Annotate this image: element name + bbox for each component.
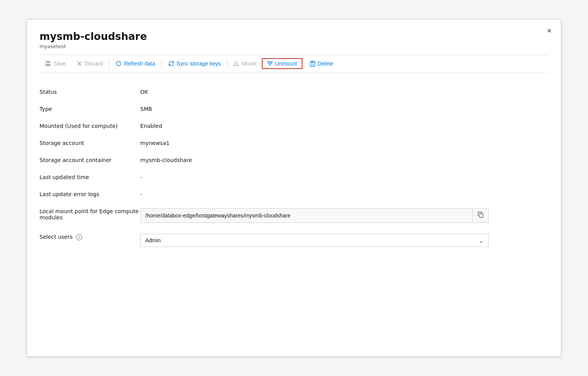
- chevron-down-icon: ⌄: [474, 237, 488, 244]
- svg-rect-1: [47, 61, 49, 63]
- mount-label: Mount: [241, 60, 256, 67]
- svg-rect-8: [310, 62, 315, 66]
- mount-path-input[interactable]: [141, 209, 473, 222]
- separator-3: [227, 60, 227, 67]
- field-row-select-users: Select users i Admin ⌄: [40, 228, 548, 252]
- separator-4: [303, 60, 304, 67]
- close-button[interactable]: ×: [547, 27, 552, 34]
- panel-subtitle: myasetest: [40, 43, 548, 49]
- sync-button[interactable]: Sync storage keys: [163, 58, 226, 69]
- mount-button[interactable]: Mount: [228, 58, 262, 69]
- discard-button[interactable]: Discard: [71, 58, 108, 69]
- field-label-storage-account: Storage account: [40, 135, 140, 152]
- toolbar: Save Discard Refresh data: [40, 55, 548, 72]
- field-row-storage-account: Storage account mynewsa1: [40, 135, 548, 152]
- save-icon: [45, 60, 51, 67]
- field-value-last-updated: -: [140, 169, 548, 186]
- field-value-error-logs: -: [140, 186, 548, 203]
- field-value-mounted: Enabled: [140, 117, 548, 135]
- field-row-last-updated: Last updated time -: [40, 169, 548, 186]
- field-row-mount-point: Local mount point for Edge compute modul…: [40, 203, 548, 228]
- field-label-mount-point: Local mount point for Edge compute modul…: [40, 203, 140, 228]
- separator-1: [109, 60, 109, 67]
- field-value-select-users: Admin ⌄: [140, 228, 548, 252]
- field-row-type: Type SMB: [40, 100, 548, 117]
- delete-icon: [310, 60, 315, 67]
- mount-icon: [234, 61, 239, 66]
- field-label-last-updated: Last updated time: [40, 169, 140, 186]
- field-label-error-logs: Last update error logs: [40, 186, 140, 203]
- refresh-button[interactable]: Refresh data: [110, 58, 160, 69]
- separator-2: [162, 60, 162, 67]
- copy-icon: [478, 212, 484, 218]
- select-users-dropdown[interactable]: Admin: [141, 234, 474, 247]
- field-row-storage-container: Storage account container mysmb-cloudsha…: [40, 152, 548, 169]
- unmount-icon: [267, 61, 273, 66]
- fields-table: Status OK Type SMB Mounted (Used for com…: [40, 83, 548, 252]
- save-label: Save: [53, 60, 66, 67]
- field-label-status: Status: [40, 83, 140, 100]
- mount-path-container: [140, 208, 489, 223]
- svg-marker-5: [234, 62, 239, 66]
- svg-rect-12: [480, 214, 483, 217]
- field-label-type: Type: [40, 100, 140, 117]
- field-label-select-users: Select users i: [40, 228, 140, 252]
- field-value-mount-point: [140, 203, 548, 228]
- unmount-label: Unmount: [275, 60, 297, 67]
- panel-title: mysmb-cloudshare: [40, 31, 548, 43]
- field-label-mounted: Mounted (Used for compute): [40, 117, 140, 135]
- field-value-type: SMB: [140, 100, 548, 117]
- field-label-storage-container: Storage account container: [40, 152, 140, 169]
- select-users-container: Admin ⌄: [140, 234, 489, 247]
- field-value-storage-account: mynewsa1: [140, 135, 548, 152]
- refresh-label: Refresh data: [124, 60, 155, 67]
- detail-panel: × mysmb-cloudshare myasetest Save: [27, 19, 561, 357]
- field-value-status: OK: [140, 83, 548, 100]
- discard-icon: [77, 61, 82, 66]
- unmount-button[interactable]: Unmount: [262, 58, 303, 69]
- copy-path-button[interactable]: [473, 209, 488, 222]
- field-row-mounted: Mounted (Used for compute) Enabled: [40, 117, 548, 135]
- info-icon: i: [76, 234, 82, 240]
- sync-label: Sync storage keys: [177, 60, 221, 67]
- delete-label: Delete: [318, 60, 333, 67]
- svg-rect-2: [46, 64, 50, 66]
- field-row-status: Status OK: [40, 83, 548, 100]
- field-row-error-logs: Last update error logs -: [40, 186, 548, 203]
- save-button[interactable]: Save: [40, 58, 71, 69]
- discard-label: Discard: [84, 60, 103, 67]
- refresh-icon: [115, 60, 122, 67]
- field-value-storage-container: mysmb-cloudshare: [140, 152, 548, 169]
- svg-marker-6: [268, 62, 272, 66]
- sync-icon: [168, 60, 174, 67]
- delete-button[interactable]: Delete: [304, 58, 339, 69]
